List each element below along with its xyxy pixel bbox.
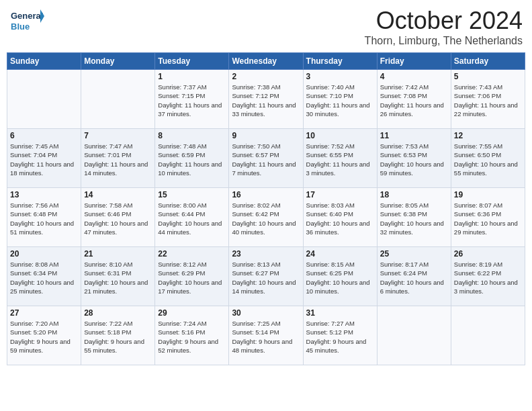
logo: General Blue	[9, 7, 44, 36]
day-info: Sunrise: 8:07 AMSunset: 6:36 PMDaylight:…	[454, 201, 522, 236]
day-info: Sunrise: 7:37 AMSunset: 7:15 PMDaylight:…	[158, 83, 226, 118]
calendar-cell: 7Sunrise: 7:47 AMSunset: 7:01 PMDaylight…	[81, 129, 155, 188]
calendar-cell: 22Sunrise: 8:12 AMSunset: 6:29 PMDayligh…	[155, 247, 229, 306]
day-info: Sunrise: 8:00 AMSunset: 6:44 PMDaylight:…	[158, 201, 226, 236]
day-info: Sunrise: 7:53 AMSunset: 6:53 PMDaylight:…	[380, 142, 448, 177]
logo-svg: General Blue	[9, 7, 44, 36]
calendar-cell: 11Sunrise: 7:53 AMSunset: 6:53 PMDayligh…	[377, 129, 451, 188]
day-info: Sunrise: 8:02 AMSunset: 6:42 PMDaylight:…	[232, 201, 300, 236]
calendar-cell: 12Sunrise: 7:55 AMSunset: 6:50 PMDayligh…	[451, 129, 525, 188]
calendar-cell: 28Sunrise: 7:22 AMSunset: 5:18 PMDayligh…	[81, 306, 155, 365]
calendar-table: SundayMondayTuesdayWednesdayThursdayFrid…	[7, 52, 525, 365]
calendar-cell: 16Sunrise: 8:02 AMSunset: 6:42 PMDayligh…	[229, 188, 303, 247]
calendar-cell: 31Sunrise: 7:27 AMSunset: 5:12 PMDayligh…	[303, 306, 377, 365]
day-number: 1	[158, 72, 226, 81]
calendar-cell: 21Sunrise: 8:10 AMSunset: 6:31 PMDayligh…	[81, 247, 155, 306]
calendar-cell: 24Sunrise: 8:15 AMSunset: 6:25 PMDayligh…	[303, 247, 377, 306]
day-number: 26	[454, 249, 522, 259]
day-info: Sunrise: 8:13 AMSunset: 6:27 PMDaylight:…	[232, 260, 300, 295]
day-info: Sunrise: 7:42 AMSunset: 7:08 PMDaylight:…	[380, 83, 448, 118]
calendar-cell: 14Sunrise: 7:58 AMSunset: 6:46 PMDayligh…	[81, 188, 155, 247]
day-number: 20	[10, 249, 78, 259]
calendar-cell: 23Sunrise: 8:13 AMSunset: 6:27 PMDayligh…	[229, 247, 303, 306]
calendar-cell: 15Sunrise: 8:00 AMSunset: 6:44 PMDayligh…	[155, 188, 229, 247]
calendar-cell	[7, 70, 81, 129]
day-number: 7	[84, 131, 152, 140]
day-number: 9	[232, 131, 300, 140]
day-number: 18	[380, 190, 448, 199]
calendar-cell	[451, 306, 525, 365]
day-number: 25	[380, 249, 448, 259]
day-number: 30	[232, 308, 300, 318]
day-info: Sunrise: 7:48 AMSunset: 6:59 PMDaylight:…	[158, 142, 226, 177]
day-info: Sunrise: 7:56 AMSunset: 6:48 PMDaylight:…	[10, 201, 78, 236]
svg-text:General: General	[11, 11, 43, 21]
calendar-cell: 26Sunrise: 8:19 AMSunset: 6:22 PMDayligh…	[451, 247, 525, 306]
day-number: 5	[454, 72, 522, 81]
day-info: Sunrise: 8:03 AMSunset: 6:40 PMDaylight:…	[306, 201, 374, 236]
calendar-cell: 17Sunrise: 8:03 AMSunset: 6:40 PMDayligh…	[303, 188, 377, 247]
calendar-week-row: 27Sunrise: 7:20 AMSunset: 5:20 PMDayligh…	[7, 306, 525, 365]
day-number: 10	[306, 131, 374, 140]
title-block: October 2024 Thorn, Limburg, The Netherl…	[365, 7, 523, 47]
day-info: Sunrise: 7:58 AMSunset: 6:46 PMDaylight:…	[84, 201, 152, 236]
day-info: Sunrise: 8:15 AMSunset: 6:25 PMDaylight:…	[306, 260, 374, 295]
month-title: October 2024	[365, 7, 523, 35]
day-info: Sunrise: 8:17 AMSunset: 6:24 PMDaylight:…	[380, 260, 448, 295]
day-number: 22	[158, 249, 226, 259]
calendar-cell: 6Sunrise: 7:45 AMSunset: 7:04 PMDaylight…	[7, 129, 81, 188]
location-title: Thorn, Limburg, The Netherlands	[365, 35, 523, 47]
day-number: 29	[158, 308, 226, 318]
weekday-header: Tuesday	[155, 53, 229, 70]
calendar-cell	[81, 70, 155, 129]
day-number: 8	[158, 131, 226, 140]
weekday-header: Thursday	[303, 53, 377, 70]
day-number: 4	[380, 72, 448, 81]
calendar-cell: 30Sunrise: 7:25 AMSunset: 5:14 PMDayligh…	[229, 306, 303, 365]
day-info: Sunrise: 8:19 AMSunset: 6:22 PMDaylight:…	[454, 260, 522, 295]
calendar-cell: 4Sunrise: 7:42 AMSunset: 7:08 PMDaylight…	[377, 70, 451, 129]
day-number: 17	[306, 190, 374, 199]
day-info: Sunrise: 7:40 AMSunset: 7:10 PMDaylight:…	[306, 83, 374, 118]
day-info: Sunrise: 7:24 AMSunset: 5:16 PMDaylight:…	[158, 319, 226, 355]
weekday-header: Saturday	[451, 53, 525, 70]
day-number: 14	[84, 190, 152, 199]
svg-text:Blue: Blue	[11, 21, 30, 32]
day-info: Sunrise: 8:10 AMSunset: 6:31 PMDaylight:…	[84, 260, 152, 295]
day-info: Sunrise: 7:45 AMSunset: 7:04 PMDaylight:…	[10, 142, 78, 177]
day-info: Sunrise: 7:47 AMSunset: 7:01 PMDaylight:…	[84, 142, 152, 177]
day-info: Sunrise: 7:25 AMSunset: 5:14 PMDaylight:…	[232, 319, 300, 355]
calendar-cell: 2Sunrise: 7:38 AMSunset: 7:12 PMDaylight…	[229, 70, 303, 129]
day-number: 11	[380, 131, 448, 140]
day-number: 12	[454, 131, 522, 140]
calendar-cell: 29Sunrise: 7:24 AMSunset: 5:16 PMDayligh…	[155, 306, 229, 365]
calendar-week-row: 13Sunrise: 7:56 AMSunset: 6:48 PMDayligh…	[7, 188, 525, 247]
calendar-week-row: 1Sunrise: 7:37 AMSunset: 7:15 PMDaylight…	[7, 70, 525, 129]
calendar-week-row: 20Sunrise: 8:08 AMSunset: 6:34 PMDayligh…	[7, 247, 525, 306]
day-number: 13	[10, 190, 78, 199]
calendar-cell: 18Sunrise: 8:05 AMSunset: 6:38 PMDayligh…	[377, 188, 451, 247]
day-info: Sunrise: 8:08 AMSunset: 6:34 PMDaylight:…	[10, 260, 78, 295]
calendar-cell: 9Sunrise: 7:50 AMSunset: 6:57 PMDaylight…	[229, 129, 303, 188]
day-info: Sunrise: 7:43 AMSunset: 7:06 PMDaylight:…	[454, 83, 522, 118]
day-number: 31	[306, 308, 374, 318]
calendar-cell	[377, 306, 451, 365]
calendar-header: SundayMondayTuesdayWednesdayThursdayFrid…	[7, 53, 525, 70]
weekday-header: Sunday	[7, 53, 81, 70]
day-number: 16	[232, 190, 300, 199]
day-number: 24	[306, 249, 374, 259]
calendar-cell: 1Sunrise: 7:37 AMSunset: 7:15 PMDaylight…	[155, 70, 229, 129]
day-number: 15	[158, 190, 226, 199]
calendar-cell: 8Sunrise: 7:48 AMSunset: 6:59 PMDaylight…	[155, 129, 229, 188]
weekday-header: Wednesday	[229, 53, 303, 70]
calendar-cell: 10Sunrise: 7:52 AMSunset: 6:55 PMDayligh…	[303, 129, 377, 188]
weekday-header: Friday	[377, 53, 451, 70]
calendar-cell: 19Sunrise: 8:07 AMSunset: 6:36 PMDayligh…	[451, 188, 525, 247]
day-number: 23	[232, 249, 300, 259]
calendar-cell: 3Sunrise: 7:40 AMSunset: 7:10 PMDaylight…	[303, 70, 377, 129]
page-header: General Blue October 2024 Thorn, Limburg…	[7, 7, 525, 47]
day-number: 27	[10, 308, 78, 318]
weekday-header: Monday	[81, 53, 155, 70]
day-info: Sunrise: 8:05 AMSunset: 6:38 PMDaylight:…	[380, 201, 448, 236]
calendar-cell: 13Sunrise: 7:56 AMSunset: 6:48 PMDayligh…	[7, 188, 81, 247]
